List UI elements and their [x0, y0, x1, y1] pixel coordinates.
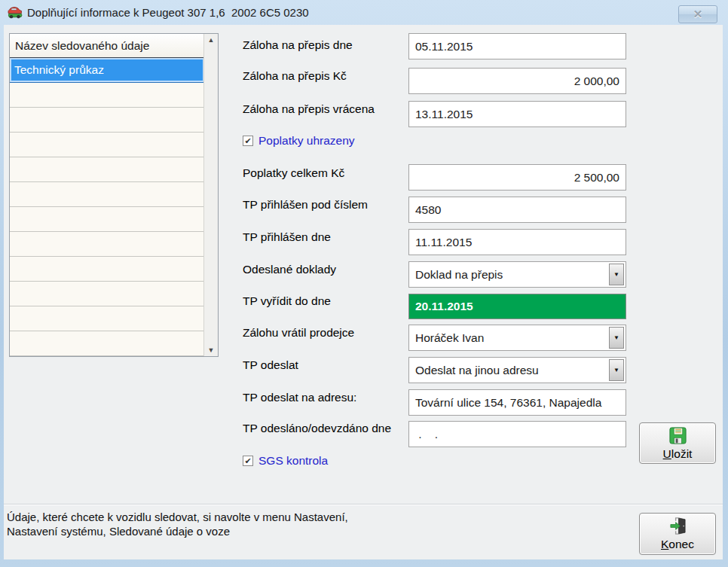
input-tp-prihlasen-pod-cislem[interactable]: 4580 — [408, 197, 626, 223]
tracked-items-listbox[interactable]: Název sledovaného údaje Technický průkaz… — [9, 33, 219, 357]
footer-hint-line1: Údaje, které chcete k vozidlu sledovat, … — [7, 510, 348, 524]
combo-zalohu-vratil-prodejce[interactable]: Horáček Ivan ▼ — [408, 325, 626, 351]
poplatky-uhrazeny-checkbox[interactable]: ✔ — [243, 136, 253, 146]
list-item-empty[interactable] — [10, 257, 204, 282]
label-tp-prihlasen-pod-cislem: TP přihlášen pod číslem — [243, 198, 368, 212]
chevron-down-icon[interactable]: ▼ — [609, 359, 624, 381]
list-item-empty[interactable] — [10, 108, 204, 133]
combo-tp-odeslat-value: Odeslat na jinou adresu — [415, 364, 539, 377]
label-tp-vyridit-do-dne: TP vyřídit do dne — [243, 294, 331, 308]
list-item-empty[interactable] — [10, 133, 204, 157]
label-zaloha-na-prepis-kc: Záloha na přepis Kč — [243, 69, 347, 83]
input-tp-odeslat-na-adresu[interactable]: Tovární ulice 154, 76361, Napajedla — [408, 389, 626, 416]
checkbox-row-sgs-kontrola[interactable]: ✔ SGS kontrola — [243, 454, 328, 468]
label-tp-odeslat-na-adresu: TP odeslat na adresu: — [243, 391, 356, 404]
label-tp-odeslano-odevzdano-dne: TP odesláno/odevzdáno dne — [243, 422, 391, 435]
exit-door-icon — [668, 517, 687, 535]
titlebar[interactable]: Doplňující informace k Peugeot 307 1,6 2… — [0, 0, 728, 25]
save-button[interactable]: Uložit — [639, 422, 716, 464]
scroll-down-icon[interactable]: ▼ — [208, 346, 215, 354]
label-zaloha-na-prepis-vracena: Záloha na přepis vrácena — [243, 102, 375, 116]
exit-button-label: Konec — [661, 538, 694, 551]
combo-odeslane-doklady-value: Doklad na přepis — [415, 268, 503, 282]
label-poplatky-celkem-kc: Poplatky celkem Kč — [243, 166, 344, 180]
chevron-down-icon[interactable]: ▼ — [609, 327, 624, 349]
floppy-disk-icon — [668, 426, 687, 445]
list-item-empty[interactable] — [10, 182, 204, 207]
combo-zalohu-vratil-prodejce-value: Horáček Ivan — [415, 331, 484, 345]
sgs-kontrola-checkbox[interactable]: ✔ — [243, 456, 253, 466]
input-tp-odeslano-odevzdano-dne[interactable]: . . — [408, 421, 626, 447]
footer-hint-line2: Nastavení systému, Sledované údaje o voz… — [7, 524, 348, 538]
input-zaloha-na-prepis-dne[interactable]: 05.11.2015 — [408, 33, 626, 59]
list-item-empty[interactable] — [10, 331, 204, 356]
footer-hint: Údaje, které chcete k vozidlu sledovat, … — [7, 510, 348, 538]
window-title: Doplňující informace k Peugeot 307 1,6 2… — [27, 6, 309, 19]
input-zaloha-na-prepis-vracena[interactable]: 13.11.2015 — [408, 101, 626, 127]
sgs-kontrola-label: SGS kontrola — [258, 454, 328, 468]
dialog-window: Doplňující informace k Peugeot 307 1,6 2… — [0, 0, 728, 567]
label-tp-prihlasen-dne: TP přihlášen dne — [243, 230, 331, 244]
label-zaloha-na-prepis-dne: Záloha na přepis dne — [243, 38, 353, 52]
app-cars-icon — [8, 6, 23, 19]
chevron-down-icon[interactable]: ▼ — [609, 264, 624, 285]
label-zalohu-vratil-prodejce: Zálohu vrátil prodejce — [243, 326, 354, 340]
combo-tp-odeslat[interactable]: Odeslat na jinou adresu ▼ — [408, 357, 626, 383]
input-poplatky-celkem-kc[interactable]: 2 500,00 — [408, 164, 626, 191]
list-item-empty[interactable] — [10, 157, 204, 182]
save-button-label: Uložit — [663, 447, 693, 461]
list-item-empty[interactable] — [10, 232, 204, 257]
input-zaloha-na-prepis-kc[interactable]: 2 000,00 — [408, 68, 626, 94]
label-tp-odeslat: TP odeslat — [243, 358, 298, 372]
exit-button[interactable]: Konec — [639, 513, 716, 555]
list-item-technicky-prukaz[interactable]: Technický průkaz — [10, 58, 204, 83]
list-scrollbar[interactable]: ▲ ▼ — [203, 34, 218, 356]
list-item-empty[interactable] — [10, 207, 204, 232]
list-item-empty[interactable] — [10, 282, 204, 306]
poplatky-uhrazeny-label: Poplatky uhrazeny — [258, 134, 355, 148]
close-button[interactable]: ✕ — [678, 5, 717, 23]
label-odeslane-doklady: Odeslané doklady — [243, 263, 336, 276]
input-tp-prihlasen-dne[interactable]: 11.11.2015 — [408, 229, 626, 255]
footer-divider — [4, 504, 723, 505]
checkbox-row-poplatky-uhrazeny[interactable]: ✔ Poplatky uhrazeny — [243, 134, 355, 148]
input-tp-vyridit-do-dne[interactable]: 20.11.2015 — [408, 294, 626, 319]
list-item-empty[interactable] — [10, 83, 204, 108]
list-header: Název sledovaného údaje — [10, 34, 204, 58]
scroll-up-icon[interactable]: ▲ — [208, 36, 215, 44]
close-icon: ✕ — [693, 8, 703, 21]
list-item-empty[interactable] — [10, 306, 204, 331]
combo-odeslane-doklady[interactable]: Doklad na přepis ▼ — [408, 261, 626, 288]
